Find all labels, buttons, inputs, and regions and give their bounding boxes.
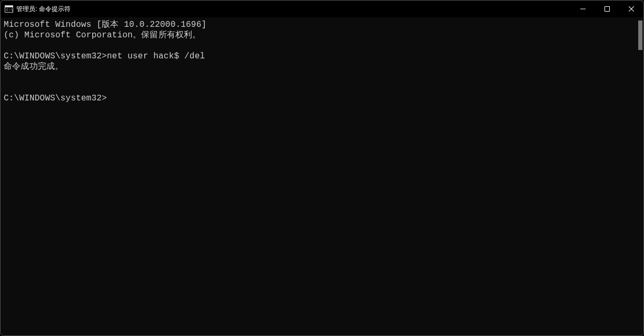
window-controls	[571, 1, 643, 17]
window-title: 管理员: 命令提示符	[16, 5, 71, 14]
terminal-area[interactable]: Microsoft Windows [版本 10.0.22000.1696] (…	[1, 17, 643, 335]
minimize-button[interactable]	[571, 1, 595, 17]
svg-rect-1	[5, 6, 13, 7]
close-button[interactable]	[619, 1, 643, 17]
svg-rect-4	[605, 7, 610, 12]
output-1: 命令成功完成。	[4, 62, 63, 72]
titlebar[interactable]: C:\ 管理员: 命令提示符	[1, 1, 643, 17]
banner-line-2: (c) Microsoft Corporation。保留所有权利。	[4, 30, 201, 40]
prompt-1: C:\WINDOWS\system32>	[4, 52, 107, 61]
svg-text:C:\: C:\	[6, 8, 13, 12]
scrollbar-thumb[interactable]	[638, 21, 642, 50]
cmd-icon: C:\	[5, 5, 13, 13]
banner-line-1: Microsoft Windows [版本 10.0.22000.1696]	[4, 20, 206, 29]
terminal-output: Microsoft Windows [版本 10.0.22000.1696] (…	[4, 19, 640, 104]
titlebar-left: C:\ 管理员: 命令提示符	[5, 5, 71, 14]
maximize-button[interactable]	[595, 1, 619, 17]
prompt-2: C:\WINDOWS\system32>	[4, 94, 107, 103]
command-1: net user hack$ /del	[107, 52, 205, 61]
